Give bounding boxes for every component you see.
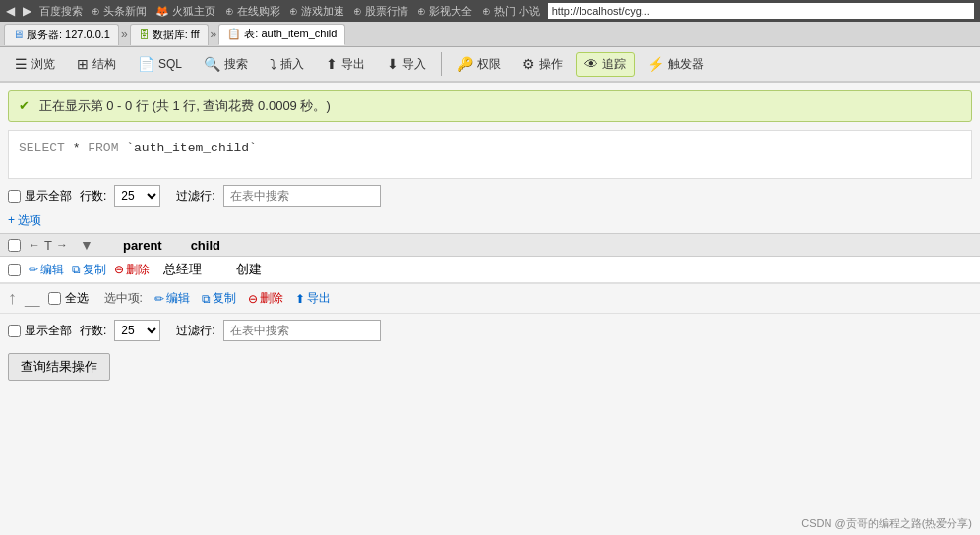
export-label: 导出 xyxy=(341,56,365,73)
options-row: + 选项 xyxy=(8,212,972,229)
bulk-edit-link[interactable]: ✏ 编辑 xyxy=(154,290,190,307)
trigger-label: 触发器 xyxy=(668,56,704,73)
browse-icon: ☰ xyxy=(15,56,28,72)
forward-button[interactable]: ▶ xyxy=(23,4,31,18)
bulk-export-link[interactable]: ⬆ 导出 xyxy=(295,290,331,307)
search-button[interactable]: 🔍 搜索 xyxy=(195,52,257,77)
row-count-label: 行数: xyxy=(80,188,106,205)
select-all-checkbox[interactable] xyxy=(48,292,61,305)
edit-label: 编辑 xyxy=(40,262,64,278)
import-icon: ⬇ xyxy=(387,56,398,72)
bulk-copy-link[interactable]: ⧉ 复制 xyxy=(202,290,236,307)
controls-row-top: 显示全部 行数: 25 50 100 500 过滤行: xyxy=(8,185,972,207)
sql-star: * xyxy=(73,141,89,155)
trace-label: 追踪 xyxy=(602,56,626,73)
watermark: CSDN @贡哥的编程之路(热爱分享) xyxy=(801,516,972,531)
show-all-label-bottom[interactable]: 显示全部 xyxy=(8,323,72,339)
search-icon: 🔍 xyxy=(204,56,220,72)
rights-label: 权限 xyxy=(477,56,501,73)
nav-arrows: ← T → xyxy=(29,238,68,253)
row-checkbox[interactable] xyxy=(8,264,21,276)
filter-label: 过滤行: xyxy=(176,188,214,205)
col-header-child[interactable]: child xyxy=(176,238,235,253)
tab-database[interactable]: 🗄 数据库: fff xyxy=(130,24,209,45)
bulk-export-icon: ⬆ xyxy=(295,292,305,306)
cell-child: 创建 xyxy=(226,261,285,278)
browse-button[interactable]: ☰ 浏览 xyxy=(6,52,64,77)
show-all-label[interactable]: 显示全部 xyxy=(8,188,72,205)
rights-icon: 🔑 xyxy=(457,56,473,72)
row-count-select[interactable]: 25 50 100 500 xyxy=(114,185,160,207)
header-checkbox[interactable] xyxy=(8,239,21,252)
trace-button[interactable]: 👁 追踪 xyxy=(576,52,635,77)
row-count-select-bottom[interactable]: 25 50 100 500 xyxy=(114,320,160,341)
bulk-delete-icon: ⊖ xyxy=(248,292,258,306)
show-all-checkbox-bottom[interactable] xyxy=(8,325,21,337)
filter-label-bottom: 过滤行: xyxy=(176,323,214,339)
cell-parent: 总经理 xyxy=(153,261,222,278)
delete-row-link[interactable]: ⊖ 删除 xyxy=(114,262,150,278)
options-link[interactable]: + 选项 xyxy=(8,213,41,227)
delete-icon: ⊖ xyxy=(114,263,124,276)
copy-row-link[interactable]: ⧉ 复制 xyxy=(72,262,106,278)
url-bar[interactable]: http://localhost/cyg... xyxy=(548,3,974,19)
operations-button[interactable]: ⚙ 操作 xyxy=(514,52,572,77)
tab-table[interactable]: 📋 表: auth_item_child xyxy=(218,24,345,45)
col-header-parent[interactable]: parent xyxy=(113,238,172,253)
trigger-button[interactable]: ⚡ 触发器 xyxy=(639,52,712,77)
selected-text: 选中项: xyxy=(104,290,143,307)
bulk-export-label: 导出 xyxy=(307,290,331,307)
trigger-icon: ⚡ xyxy=(647,56,664,72)
edit-row-link[interactable]: ✏ 编辑 xyxy=(29,262,64,278)
show-all-text-bottom: 显示全部 xyxy=(25,323,72,339)
bulk-copy-icon: ⧉ xyxy=(202,292,211,306)
arrow-up-icon: ↑ xyxy=(8,288,17,309)
insert-button[interactable]: ⤵ 插入 xyxy=(261,52,313,77)
nav-right-icon[interactable]: → xyxy=(56,238,68,252)
url-text: http://localhost/cyg... xyxy=(552,5,650,17)
tab-sep1: » xyxy=(121,28,128,41)
bulk-edit-label: 编辑 xyxy=(166,290,190,307)
row-actions: ✏ 编辑 ⧉ 复制 ⊖ 删除 xyxy=(29,262,150,278)
browser-topbar: ◀ ▶ 百度搜索 ⊕ 头条新闻 🦊 火狐主页 ⊕ 在线购彩 ⊕ 游戏加速 ⊕ 股… xyxy=(0,0,980,22)
rights-button[interactable]: 🔑 权限 xyxy=(448,52,510,77)
tab-table-label: 表: auth_item_child xyxy=(244,27,337,41)
sort-down-icon[interactable]: ▼ xyxy=(80,237,93,253)
copy-icon: ⧉ xyxy=(72,263,81,276)
bulk-delete-label: 删除 xyxy=(260,290,283,307)
insert-label: 插入 xyxy=(280,56,304,73)
export-button[interactable]: ⬆ 导出 xyxy=(317,52,374,77)
import-button[interactable]: ⬇ 导入 xyxy=(378,52,435,77)
sql-keyword-from: FROM xyxy=(88,141,118,155)
tab-database-label: 数据库: fff xyxy=(153,28,200,42)
sql-icon: 📄 xyxy=(138,56,154,72)
status-message: 正在显示第 0 - 0 行 (共 1 行, 查询花费 0.0009 秒。) xyxy=(39,98,331,113)
table-row: ✏ 编辑 ⧉ 复制 ⊖ 删除 总经理 创建 xyxy=(0,257,980,283)
tab-server[interactable]: 🖥 服务器: 127.0.0.1 xyxy=(4,24,119,45)
status-bar: ✔ 正在显示第 0 - 0 行 (共 1 行, 查询花费 0.0009 秒。) xyxy=(8,90,972,122)
row-count-label-bottom: 行数: xyxy=(80,323,106,339)
trace-icon: 👁 xyxy=(584,56,598,72)
structure-button[interactable]: ⊞ 结构 xyxy=(68,52,125,77)
show-all-checkbox[interactable] xyxy=(8,190,21,203)
show-all-text: 显示全部 xyxy=(25,188,72,205)
select-all-label[interactable]: 全选 xyxy=(48,290,89,307)
sql-label: SQL xyxy=(158,57,182,71)
tab-bar: 🖥 服务器: 127.0.0.1 » 🗄 数据库: fff » 📋 表: aut… xyxy=(0,22,980,47)
server-icon: 🖥 xyxy=(13,29,24,40)
filter-input[interactable] xyxy=(223,185,381,207)
content-area: ✔ 正在显示第 0 - 0 行 (共 1 行, 查询花费 0.0009 秒。) … xyxy=(0,83,980,535)
sql-button[interactable]: 📄 SQL xyxy=(129,52,191,76)
nav-t-icon: T xyxy=(44,238,52,253)
export-icon: ⬆ xyxy=(326,56,337,72)
import-label: 导入 xyxy=(402,56,426,73)
bulk-delete-link[interactable]: ⊖ 删除 xyxy=(248,290,283,307)
nav-left-icon[interactable]: ← xyxy=(29,238,40,252)
back-button[interactable]: ◀ xyxy=(6,4,15,18)
query-result-button[interactable]: 查询结果操作 xyxy=(8,353,110,381)
sort-control: ▼ xyxy=(80,237,93,253)
select-all-text: 全选 xyxy=(65,290,89,307)
sql-keyword-select: SELECT xyxy=(19,141,65,155)
table-icon: 📋 xyxy=(227,28,241,40)
filter-input-bottom[interactable] xyxy=(223,320,381,341)
